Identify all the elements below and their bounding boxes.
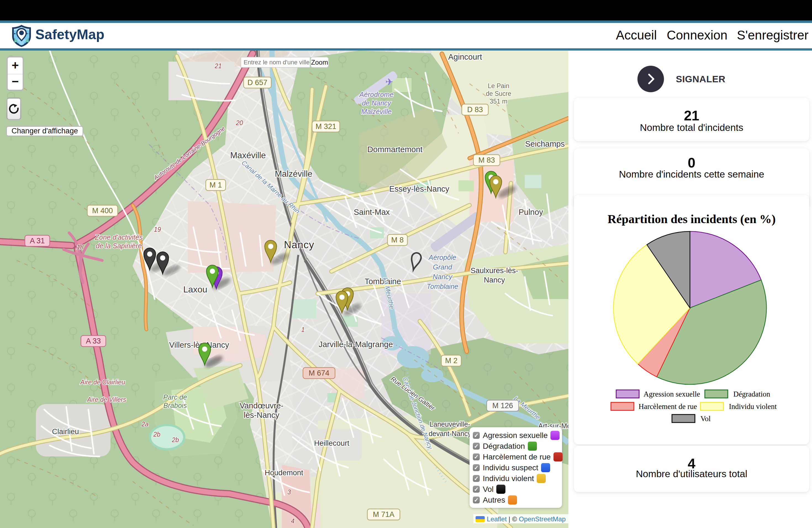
svg-text:M 71A: M 71A [373, 510, 394, 518]
svg-text:Harcèlement de rue: Harcèlement de rue [639, 402, 697, 411]
svg-text:Saulxures-lès-: Saulxures-lès- [470, 266, 518, 275]
svg-text:Pulnoy: Pulnoy [519, 208, 543, 217]
svg-text:Saint-Max: Saint-Max [354, 208, 390, 217]
svg-text:lès-Nancy: lès-Nancy [244, 411, 279, 420]
svg-text:Clairlieu: Clairlieu [52, 427, 79, 436]
svg-text:Le Pain: Le Pain [488, 82, 509, 89]
svg-text:Aérodrome: Aérodrome [359, 91, 394, 98]
svg-text:21: 21 [214, 62, 222, 70]
svg-text:Dommartemont: Dommartemont [367, 145, 423, 154]
svg-text:D 83: D 83 [467, 105, 483, 114]
svg-text:M 83: M 83 [478, 156, 495, 164]
svg-text:Aire de Villers: Aire de Villers [86, 396, 126, 403]
svg-text:devant-Nancy: devant-Nancy [429, 430, 472, 437]
svg-text:M 126: M 126 [492, 401, 513, 410]
svg-text:de Sucre: de Sucre [486, 90, 511, 97]
svg-text:Vol: Vol [700, 414, 711, 423]
svg-text:Essey-lès-Nancy: Essey-lès-Nancy [389, 185, 449, 193]
svg-text:Vandœuvre-: Vandœuvre- [240, 401, 284, 410]
svg-text:Maxéville: Maxéville [230, 150, 266, 160]
svg-text:Nancy: Nancy [484, 276, 505, 284]
svg-text:Dégradation: Dégradation [733, 390, 770, 398]
svg-text:Laneuveville-: Laneuveville- [430, 420, 470, 428]
svg-text:20: 20 [236, 119, 243, 127]
svg-text:D 657: D 657 [247, 78, 267, 87]
svg-text:18: 18 [76, 244, 84, 251]
svg-text:Malzéville: Malzéville [361, 108, 392, 115]
svg-text:Nancy: Nancy [284, 239, 314, 250]
svg-text:Nancy: Nancy [433, 273, 453, 281]
svg-text:Tomblaine: Tomblaine [427, 282, 458, 290]
svg-text:Parc de: Parc de [163, 393, 187, 401]
svg-text:M 674: M 674 [308, 369, 329, 377]
svg-text:Individu violent: Individu violent [729, 402, 777, 411]
svg-text:M 8: M 8 [391, 236, 404, 244]
svg-text:351 m: 351 m [490, 98, 507, 105]
svg-text:Houdemont: Houdemont [265, 469, 303, 477]
svg-text:2b: 2b [172, 436, 179, 443]
svg-text:Zone d'activités: Zone d'activités [95, 233, 143, 241]
svg-text:M 321: M 321 [315, 122, 336, 131]
svg-text:3: 3 [288, 488, 291, 496]
svg-text:Brabois: Brabois [163, 401, 187, 409]
svg-text:M 400: M 400 [92, 207, 113, 215]
svg-text:Grand: Grand [433, 263, 452, 271]
svg-text:de Nancy: de Nancy [362, 99, 391, 107]
svg-text:Malzéville: Malzéville [275, 169, 313, 179]
svg-text:Jarville-la-Malgrange: Jarville-la-Malgrange [318, 340, 393, 349]
svg-text:Seichamps: Seichamps [525, 140, 565, 148]
svg-text:M 2: M 2 [445, 356, 458, 365]
svg-text:Laxou: Laxou [183, 284, 207, 294]
svg-text:Agression sexuelle: Agression sexuelle [643, 390, 700, 398]
svg-text:A 31: A 31 [30, 237, 45, 245]
svg-text:1: 1 [301, 326, 305, 333]
svg-text:2b: 2b [153, 431, 160, 438]
svg-text:19: 19 [154, 226, 161, 233]
svg-text:A 33: A 33 [86, 337, 101, 345]
svg-text:4: 4 [291, 517, 295, 525]
svg-text:✈: ✈ [385, 76, 393, 87]
svg-text:Heillecourt: Heillecourt [314, 439, 349, 448]
svg-text:Agincourt: Agincourt [448, 53, 482, 61]
svg-text:Aéropôle: Aéropôle [428, 253, 456, 261]
svg-text:de la Sapinière: de la Sapinière [96, 242, 142, 250]
svg-text:Aire de Clairlieu: Aire de Clairlieu [80, 379, 126, 386]
svg-text:M 1: M 1 [209, 181, 222, 189]
svg-text:2a: 2a [141, 421, 149, 428]
